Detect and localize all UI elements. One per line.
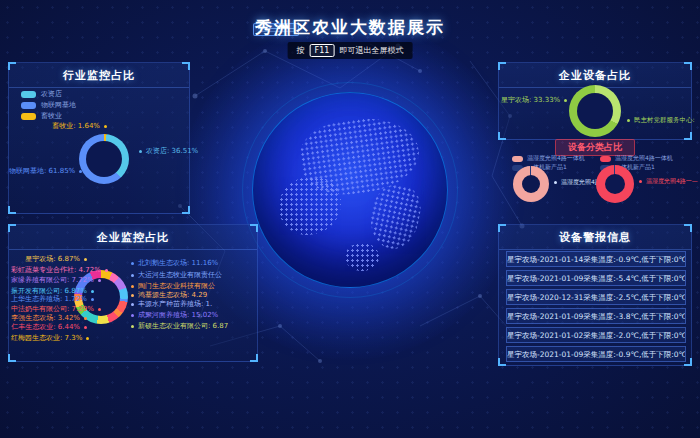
slice-label: 畜牧业: 1.64% <box>23 122 107 131</box>
alert-row: 星宇农场-2021-01-02采集温度:-2.0℃,低于下限:0℃ <box>506 327 686 343</box>
globe[interactable] <box>252 92 448 288</box>
slice-label: 彩虹蔬菜专业合作社: 4.72% <box>11 266 87 275</box>
continent-dots <box>279 177 341 235</box>
legend-label: 物联网基地 <box>41 100 76 110</box>
device-category-donut-right[interactable] <box>596 165 634 203</box>
legend-item[interactable]: 温湿度光照4路一体机 <box>600 154 673 163</box>
legend-label: 温湿度光照4路一体机 <box>615 154 673 163</box>
slice-label: 星宇农场: 6.87% <box>11 255 87 264</box>
alert-row: 星宇农场-2021-01-09采集温度:-0.9℃,低于下限:0℃ <box>506 346 686 362</box>
slice-label: 红梅园生态农业: 7.3% <box>11 334 87 343</box>
slice-label: 陶门生态农业科技有限公 <box>131 282 215 291</box>
device-category-donut-left[interactable] <box>513 166 549 202</box>
alert-row: 星宇农场-2021-01-09采集温度:-3.8℃,低于下限:0℃ <box>506 308 686 324</box>
equipment-donut-chart[interactable] <box>569 85 621 137</box>
panel-alerts-title: 设备警报信息 <box>499 225 691 250</box>
legend-item[interactable]: 畜牧业 <box>21 111 62 121</box>
panel-equipment-share: 企业设备占比 星宇农场: 33.33% 民主村党群服务中心: <box>498 62 692 140</box>
fullscreen-hint: 按 F11 即可退出全屏模式 <box>288 42 413 59</box>
hint-suffix: 即可退出全屏模式 <box>339 45 403 56</box>
page-title: 秀洲区农业大数据展示 <box>0 16 700 39</box>
slice-label: 鸿基源生态农场: 4.29 <box>131 291 207 300</box>
slice-label: 李强生态农场: 3.42% <box>11 314 87 323</box>
slice-label: 星宇农场: 33.33% <box>501 96 565 105</box>
alert-row: 星宇农场-2021-01-14采集温度:-0.9℃,低于下限:0℃ <box>506 251 686 267</box>
legend-label: 畜牧业 <box>41 111 62 121</box>
slice-label: 民主村党群服务中心: <box>627 116 695 125</box>
legend-label: 温湿度光照4路一体机 <box>527 154 585 163</box>
slice-label: 中法奶牛有限公司: 7.29% <box>11 305 87 314</box>
slice-label: 新硕生态农业有限公司: 6.87 <box>131 322 228 331</box>
panel-device-alerts: 设备警报信息 星宇农场-2021-01-14采集温度:-0.9℃,低于下限:0℃… <box>498 224 692 366</box>
slice-label: 上华生态养殖场: 1.72% <box>11 295 87 304</box>
panel-device-category: 设备分类占比 温湿度光照4路一体机 一体机新产品1 温湿度光照4路一— 温湿度光… <box>498 139 692 219</box>
continent-dots <box>365 181 425 254</box>
legend-item[interactable]: 物联网基地 <box>21 100 76 110</box>
dashboard: 秀洲区农业大数据展示 按 F11 即可退出全屏模式 行业监控占比 农资店 物联网… <box>0 0 700 438</box>
legend-swatch <box>600 156 611 162</box>
continent-dots <box>345 243 379 271</box>
industry-donut-chart[interactable] <box>79 134 129 184</box>
alert-row: 星宇农场-2020-12-31采集温度:-2.5℃,低于下限:0℃ <box>506 289 686 305</box>
slice-label: 物联网基地: 61.85% <box>9 167 71 176</box>
legend-item[interactable]: 温湿度光照4路一体机 <box>512 154 585 163</box>
legend-label: 农资店 <box>41 89 62 99</box>
panel-enterprise-title: 企业监控占比 <box>9 225 257 250</box>
slice-label: 家缘养殖有限公司: 7.72% <box>11 276 87 285</box>
slice-label: 成聚河面养殖场: 15.02% <box>131 311 218 320</box>
alert-row: 星宇农场-2021-01-09采集温度:-5.4℃,低于下限:0℃ <box>506 270 686 286</box>
legend-swatch <box>21 102 36 109</box>
slice-label: 农资店: 36.51% <box>139 147 198 156</box>
hint-prefix: 按 <box>297 45 305 56</box>
legend-swatch <box>21 113 36 120</box>
legend-swatch <box>512 156 523 162</box>
slice-label: 丰源水产种苗养殖场: 1. <box>131 300 212 309</box>
panel-industry-monitor: 行业监控占比 农资店 物联网基地 畜牧业 畜牧业: 1.64% 农资店: 36.… <box>8 62 190 214</box>
f11-keycap: F11 <box>310 44 335 57</box>
slice-label: 大运河生态牧业有限责任公 <box>131 271 222 280</box>
legend-item[interactable]: 农资店 <box>21 89 62 99</box>
slice-label: 温湿度光照4路一— <box>639 176 698 185</box>
slice-label: 北刘鹅生态农场: 11.16% <box>131 259 218 268</box>
legend-swatch <box>21 91 36 98</box>
panel-enterprise-monitor: 企业监控占比 星宇农场: 6.87% 彩虹蔬菜专业合作社: 4.72% 家缘养殖… <box>8 224 258 362</box>
slice-label: 仁丰生态农业: 6.44% <box>11 323 87 332</box>
panel-industry-title: 行业监控占比 <box>9 63 189 88</box>
